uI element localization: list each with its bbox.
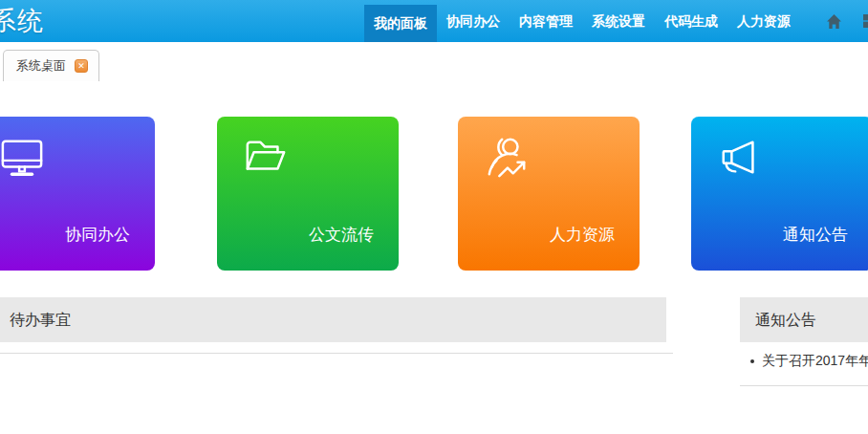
notice-divider bbox=[740, 385, 868, 386]
bullet-icon bbox=[750, 359, 754, 363]
tile-label: 通知公告 bbox=[783, 224, 848, 246]
nav-item-hr[interactable]: 人力资源 bbox=[727, 0, 800, 42]
tile-document-flow[interactable]: 公文流传 bbox=[217, 117, 399, 271]
open-folder-icon bbox=[244, 136, 288, 184]
todo-divider bbox=[0, 353, 673, 354]
notice-item-text: 关于召开2017年年 bbox=[762, 353, 868, 370]
person-trend-icon bbox=[485, 136, 529, 184]
topbar: 系统 我的面板 协同办公 内容管理 系统设置 代码生成 人力资源 bbox=[0, 0, 868, 42]
todo-panel-header: 待办事宜 bbox=[0, 297, 666, 342]
notice-panel-header: 通知公告 bbox=[740, 297, 868, 342]
home-icon[interactable] bbox=[826, 13, 842, 30]
main-nav: 我的面板 协同办公 内容管理 系统设置 代码生成 人力资源 bbox=[364, 0, 868, 42]
nav-item-settings[interactable]: 系统设置 bbox=[582, 0, 655, 42]
page: 系统 我的面板 协同办公 内容管理 系统设置 代码生成 人力资源 系统桌面 ✕ bbox=[0, 0, 868, 434]
tile-notices[interactable]: 通知公告 bbox=[691, 117, 868, 271]
megaphone-icon bbox=[718, 136, 762, 184]
notice-list-item[interactable]: 关于召开2017年年 bbox=[750, 353, 868, 370]
nav-item-content[interactable]: 内容管理 bbox=[510, 0, 582, 42]
tile-label: 协同办公 bbox=[65, 224, 130, 246]
nav-item-codegen[interactable]: 代码生成 bbox=[655, 0, 727, 42]
monitor-icon bbox=[0, 136, 44, 184]
app-title: 系统 bbox=[0, 0, 44, 42]
tile-collab-office[interactable]: 协同办公 bbox=[0, 117, 155, 271]
tab-system-desktop[interactable]: 系统桌面 ✕ bbox=[3, 50, 99, 81]
tile-label: 公文流传 bbox=[309, 224, 374, 246]
tile-label: 人力资源 bbox=[550, 224, 615, 246]
tab-label: 系统桌面 bbox=[16, 57, 66, 75]
close-icon[interactable]: ✕ bbox=[75, 59, 88, 73]
nav-item-my-panel[interactable]: 我的面板 bbox=[364, 0, 437, 42]
grid-icon[interactable] bbox=[862, 13, 868, 30]
tile-human-resources[interactable]: 人力资源 bbox=[458, 117, 640, 271]
nav-item-collab[interactable]: 协同办公 bbox=[437, 0, 510, 42]
